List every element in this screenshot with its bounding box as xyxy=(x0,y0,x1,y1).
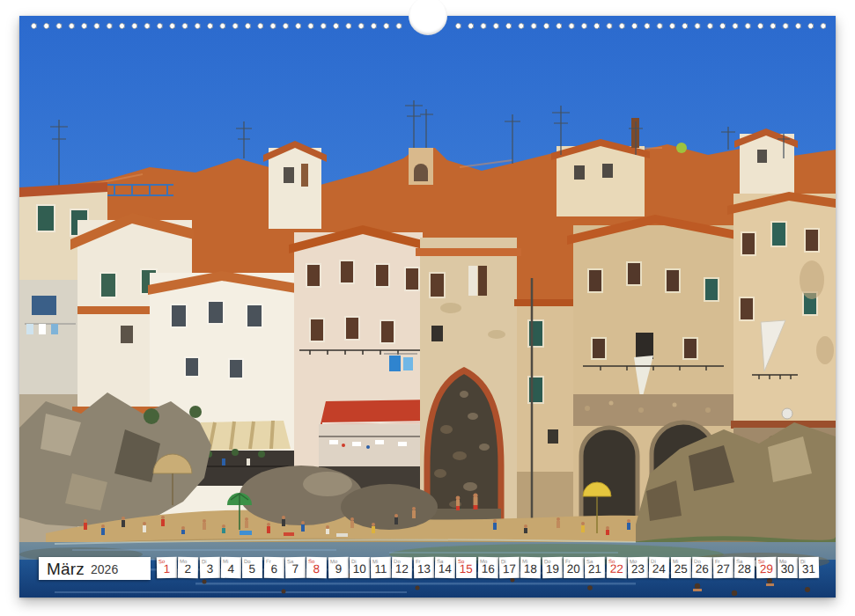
calendar-strip: März 2026 So1Mo2Di3Mi4Do5Fr6Sa7So8Mo9Di1… xyxy=(19,557,836,581)
day-cell-22: So22 xyxy=(606,557,626,578)
day-number: 25 xyxy=(670,563,690,576)
day-cell-27: Fr27 xyxy=(713,557,733,578)
day-cell-29: So29 xyxy=(756,557,777,578)
day-number: 17 xyxy=(499,563,520,576)
day-number: 15 xyxy=(456,563,476,576)
day-cell-4: Mi4 xyxy=(221,557,241,578)
day-cell-16: Mo16 xyxy=(477,557,498,578)
month-name: März xyxy=(47,561,85,577)
day-cell-23: Mo23 xyxy=(628,557,648,578)
day-number: 20 xyxy=(564,563,584,576)
day-number: 21 xyxy=(585,563,605,576)
gothic-arch xyxy=(427,370,501,524)
day-cell-15: So15 xyxy=(456,557,476,578)
day-cell-8: So8 xyxy=(306,557,327,578)
day-cell-21: Sa21 xyxy=(585,557,605,578)
day-cell-7: Sa7 xyxy=(285,557,306,578)
day-number: 9 xyxy=(328,563,348,576)
day-cell-13: Fr13 xyxy=(414,557,434,578)
day-cell-3: Di3 xyxy=(199,557,219,578)
day-cell-17: Di17 xyxy=(499,557,520,578)
day-number: 24 xyxy=(649,563,669,576)
day-cell-10: Di10 xyxy=(350,557,370,578)
day-cell-24: Di24 xyxy=(649,557,669,578)
binding-holes-icon xyxy=(454,22,826,30)
day-number: 12 xyxy=(392,563,412,576)
hanger-notch-icon xyxy=(409,0,447,35)
day-cell-31: Di31 xyxy=(799,557,819,578)
day-number: 18 xyxy=(520,563,541,576)
day-cell-26: Do26 xyxy=(692,557,712,578)
day-cell-2: Mo2 xyxy=(178,557,198,578)
day-number: 14 xyxy=(435,563,455,576)
day-number: 27 xyxy=(713,563,733,576)
binding-holes-icon xyxy=(30,22,403,30)
day-cell-5: Do5 xyxy=(242,557,262,578)
day-number: 1 xyxy=(157,563,177,576)
day-number: 28 xyxy=(734,563,755,576)
month-label-box: März 2026 xyxy=(39,557,151,580)
day-number: 19 xyxy=(542,563,563,576)
day-cell-6: Fr6 xyxy=(263,557,284,578)
day-cell-25: Mi25 xyxy=(670,557,690,578)
day-number: 31 xyxy=(799,563,819,576)
day-number: 16 xyxy=(478,563,498,576)
day-number: 7 xyxy=(285,563,306,576)
day-number: 29 xyxy=(756,563,777,576)
day-number: 6 xyxy=(263,563,284,576)
day-cell-11: Mi11 xyxy=(371,557,391,578)
day-cell-14: Sa14 xyxy=(435,557,455,578)
day-cell-12: Do12 xyxy=(392,557,412,578)
day-cell-19: Do19 xyxy=(542,557,562,578)
year-label: 2026 xyxy=(91,561,118,576)
day-cell-1: So1 xyxy=(157,557,177,578)
day-number: 30 xyxy=(778,563,798,576)
cefalu-photo xyxy=(19,16,836,598)
background-wall: März 2026 So1Mo2Di3Mi4Do5Fr6Sa7So8Mo9Di1… xyxy=(0,0,855,616)
day-cell-18: Mi18 xyxy=(520,557,541,578)
day-cell-28: Sa28 xyxy=(734,557,755,578)
day-cell-30: Mo30 xyxy=(778,557,798,578)
day-number: 3 xyxy=(200,563,220,576)
day-number: 26 xyxy=(692,563,712,576)
day-number: 22 xyxy=(606,563,626,576)
day-cells: So1Mo2Di3Mi4Do5Fr6Sa7So8Mo9Di10Mi11Do12F… xyxy=(157,557,819,578)
day-cell-9: Mo9 xyxy=(328,557,348,578)
day-number: 8 xyxy=(306,563,327,576)
day-number: 5 xyxy=(242,563,262,576)
day-number: 13 xyxy=(414,563,434,576)
day-number: 23 xyxy=(628,563,648,576)
day-number: 4 xyxy=(221,563,241,576)
day-number: 10 xyxy=(350,563,370,576)
day-number: 2 xyxy=(178,563,198,576)
day-cell-20: Fr20 xyxy=(564,557,584,578)
calendar-page: März 2026 So1Mo2Di3Mi4Do5Fr6Sa7So8Mo9Di1… xyxy=(19,16,836,598)
day-number: 11 xyxy=(371,563,391,576)
